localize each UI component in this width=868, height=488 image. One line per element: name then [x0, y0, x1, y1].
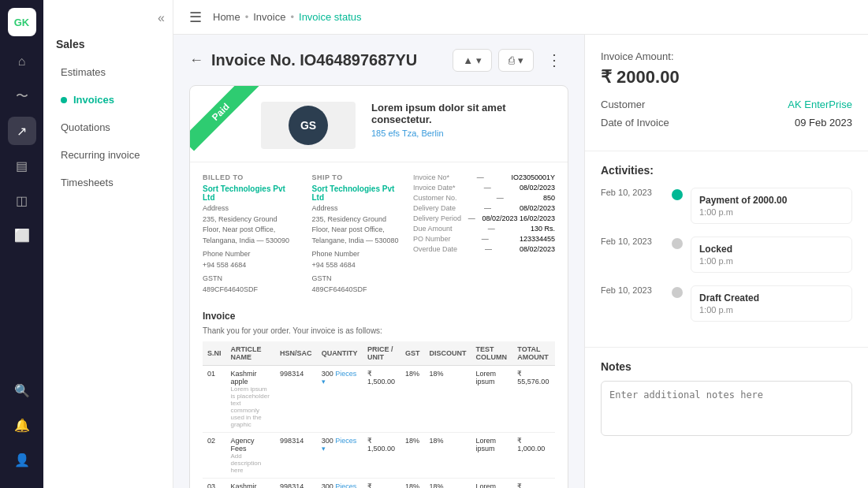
customer-value[interactable]: AK EnterPrise	[788, 99, 852, 110]
sidebar-item-invoices[interactable]: Invoices	[48, 87, 168, 113]
invoice-details-row: BILLED TO Sort Technologies Pvt Ltd Addr…	[203, 173, 555, 303]
activities-title: Activities:	[601, 164, 852, 177]
nav-item-label: Quotations	[61, 121, 110, 133]
cell-discount: 18%	[425, 366, 471, 433]
cell-price: ₹ 1,500.00	[363, 433, 400, 479]
cell-total: ₹ 1,000.00	[512, 433, 555, 479]
field-sep: —	[485, 245, 492, 253]
cell-discount: 18%	[425, 433, 471, 479]
activity-time-0: 1:00 p.m	[699, 207, 844, 217]
activity-title-1: Locked	[699, 244, 844, 255]
activity-date-0: Feb 10, 2023	[601, 188, 664, 197]
cell-qty: 300 Pieces ▾	[317, 479, 363, 489]
sidebar-chart-icon[interactable]: ↗	[8, 117, 36, 145]
sidebar-item-quotations[interactable]: Quotations	[48, 114, 168, 140]
more-options-button[interactable]: ⋮	[540, 47, 568, 73]
cell-article: Agency Fees Add description here	[226, 433, 276, 479]
col-article: ARTICLE NAME	[226, 341, 276, 366]
col-test: TEST COLUMN	[471, 341, 513, 366]
activity-item-2: Feb 10, 2023 Draft Created 1:00 p.m	[601, 285, 852, 322]
field-row-customer-no: Customer No. — 850	[413, 194, 555, 202]
invoice-title: Invoice No. IO464897687YU	[211, 51, 417, 69]
activity-date-2: Feb 10, 2023	[601, 285, 664, 295]
ship-gstn-label: GSTN	[312, 274, 406, 285]
date-of-invoice-label: Date of Invoice	[601, 117, 669, 129]
breadcrumb-sep1: •	[245, 11, 249, 23]
breadcrumb-current: Invoice status	[299, 11, 362, 23]
search-icon[interactable]: 🔍	[8, 376, 36, 404]
cell-discount: 18%	[425, 479, 471, 489]
col-total: TOTAL AMOUNT	[512, 341, 555, 366]
billed-address-label: Address	[203, 203, 296, 214]
table-header-row: S.NI ARTICLE NAME HSN/SAC QUANTITY PRICE…	[203, 341, 555, 366]
sidebar: GK ⌂ 〜 ↗ ▤ ◫ ⬜ 🔍 🔔 👤	[0, 0, 43, 488]
cell-hsn: 998314	[275, 479, 317, 489]
activity-box-1: Locked 1:00 p.m	[691, 237, 852, 273]
article-name: Agency Fees	[231, 437, 255, 453]
activities-section: Activities: Feb 10, 2023 Payment of 2000…	[585, 151, 868, 348]
company-link[interactable]: 185 efs Tza, Berlin	[371, 129, 552, 138]
activity-box-2: Draft Created 1:00 p.m	[691, 285, 852, 322]
sidebar-contacts-icon[interactable]: ◫	[8, 186, 36, 214]
back-button[interactable]: ←	[189, 52, 203, 69]
qty-unit[interactable]: Pieces ▾	[322, 370, 357, 386]
cell-hsn: 998314	[275, 433, 317, 479]
breadcrumb-invoice[interactable]: Invoice	[253, 11, 285, 23]
sidebar-pulse-icon[interactable]: 〜	[8, 82, 36, 110]
print-button[interactable]: ⎙ ▾	[498, 49, 534, 72]
table-row: 03 Kashmir apple Lorem ipsum is placehol…	[203, 479, 555, 489]
activity-title-0: Payment of 2000.00	[699, 195, 844, 206]
cell-total: ₹ 80,006.00	[512, 479, 555, 489]
sidebar-item-timesheets[interactable]: Timesheets	[48, 169, 168, 196]
active-dot	[61, 97, 67, 103]
breadcrumb: Home • Invoice • Invoice status	[213, 11, 362, 23]
qty-unit[interactable]: Pieces ▾	[322, 482, 357, 488]
field-sep: —	[477, 173, 484, 181]
customer-label: Customer	[601, 99, 645, 110]
article-sub: Lorem ipsum is placeholder text commonly…	[231, 386, 271, 428]
activity-time-2: 1:00 p.m	[699, 305, 844, 315]
print-icon: ⎙	[509, 54, 515, 66]
user-icon[interactable]: 👤	[8, 445, 36, 474]
sidebar-bank-icon[interactable]: ⬜	[8, 221, 36, 249]
field-sep: —	[484, 204, 491, 212]
invoice-header: ← Invoice No. IO464897687YU ▲ ▾ ⎙ ▾ ⋮	[189, 47, 568, 73]
sidebar-home-icon[interactable]: ⌂	[8, 47, 36, 76]
cell-price: ₹ 1,500.00	[363, 366, 400, 433]
cell-test: Lorem ipsum	[471, 433, 513, 479]
cell-qty: 300 Pieces ▾	[317, 366, 363, 433]
bell-icon[interactable]: 🔔	[8, 411, 36, 439]
cell-gst: 18%	[400, 433, 425, 479]
field-row-delivery-date: Delivery Date — 08/02/2023	[413, 204, 555, 212]
notes-input[interactable]	[601, 381, 852, 436]
ship-to-name: Sort Technologies Pvt Ltd	[312, 184, 406, 202]
logo-circle: GS	[289, 106, 328, 145]
invoice-top: GS Lorem ipsum dolor sit amet consectetu…	[190, 86, 568, 162]
collapse-button[interactable]: «	[158, 11, 165, 25]
share-chevron: ▾	[476, 54, 482, 66]
sidebar-item-recurring[interactable]: Recurring invoice	[48, 142, 168, 168]
field-value-po-number: 123334455	[520, 235, 555, 243]
logo-text: GK	[14, 17, 30, 28]
invoice-title-row: ← Invoice No. IO464897687YU	[189, 51, 417, 69]
sidebar-item-estimates[interactable]: Estimates	[48, 59, 168, 85]
share-button[interactable]: ▲ ▾	[453, 49, 492, 72]
menu-icon[interactable]: ☰	[189, 9, 202, 26]
qty-unit[interactable]: Pieces ▾	[322, 437, 357, 453]
sidebar-bottom: 🔍 🔔 👤	[8, 376, 36, 480]
invoice-header-actions: ▲ ▾ ⎙ ▾ ⋮	[453, 47, 568, 73]
cell-sn: 01	[203, 366, 226, 433]
invoice-amount-label: Invoice Amount:	[601, 50, 852, 62]
field-sep: —	[482, 235, 489, 243]
field-sep: —	[484, 184, 491, 192]
cell-hsn: 998314	[275, 366, 317, 433]
field-sep: —	[488, 225, 495, 233]
sidebar-invoice-icon[interactable]: ▤	[8, 151, 36, 180]
table-row: 02 Agency Fees Add description here 9983…	[203, 433, 555, 479]
billed-phone: +94 558 4684	[203, 260, 296, 271]
activity-item-0: Feb 10, 2023 Payment of 2000.00 1:00 p.m	[601, 188, 852, 224]
breadcrumb-home[interactable]: Home	[213, 11, 240, 23]
company-info: Lorem ipsum dolor sit amet consectetur. …	[371, 102, 552, 138]
billed-gstn-label: GSTN	[203, 274, 296, 285]
share-icon: ▲	[463, 54, 473, 66]
